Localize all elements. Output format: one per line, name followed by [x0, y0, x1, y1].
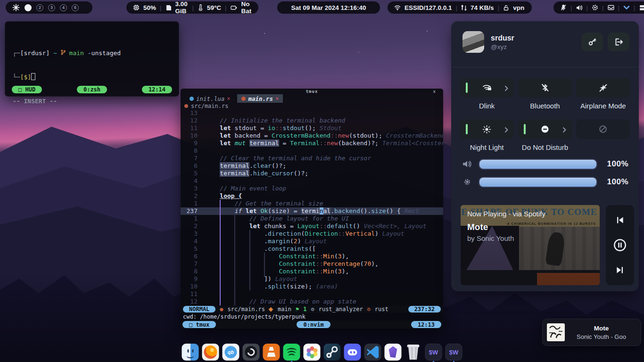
workspace-5[interactable]: 5 [72, 4, 79, 11]
chevron-right-icon[interactable] [505, 84, 508, 93]
terminal-window[interactable]: ┌─[srdusr] ~ main -unstaged └─[$] -- INS… [5, 21, 179, 97]
next-icon[interactable] [615, 265, 625, 275]
dock-item-photos[interactable] [304, 344, 321, 361]
dock-item-sw-2[interactable]: $W [446, 344, 462, 361]
tmux-session-pill[interactable]: □ HUD [12, 86, 42, 93]
dock-item-obsidian[interactable] [385, 344, 402, 361]
code-line[interactable]: 2 loop { [181, 192, 443, 200]
statusline-file: src/main.rs [228, 306, 265, 313]
tmux-window-pill[interactable]: 0:nvim [297, 321, 330, 328]
code-area[interactable]: 1312 // Initialize the terminal backend1… [181, 109, 443, 305]
volume-icon[interactable] [576, 5, 583, 11]
notification-toast[interactable]: Mote Sonic Youth - Goo [542, 319, 641, 346]
clock-pill[interactable]: Sat 09 Mar 2024 12:16:40 [277, 1, 380, 14]
code-line[interactable]: 3 // Main event loop [181, 185, 443, 192]
editor-window[interactable]: tmux x init.lua × main.rs × src/main.rs [181, 89, 443, 329]
top-bar: 2 3 4 5 50% | 3.00 GiB | [0, 0, 644, 15]
toggle-wifi-dlink[interactable] [460, 78, 514, 98]
tab-main-rs[interactable]: main.rs × [237, 94, 283, 103]
lock-keys-button[interactable] [581, 33, 603, 51]
line-content: let stdout = io::stdout(); Stdout [198, 124, 342, 132]
workspace-3[interactable]: 3 [48, 4, 55, 11]
code-line[interactable]: 10 let backend = CrosstermBackend::new(s… [181, 132, 443, 140]
tmux-clock-pill: 12:13 [411, 321, 441, 328]
line-number: 11 [181, 290, 198, 298]
asterisk-logo-icon[interactable] [12, 4, 20, 11]
firefox-icon [202, 344, 219, 361]
chevron-right-icon[interactable] [563, 126, 566, 134]
code-line[interactable]: 13 [181, 109, 443, 117]
brightness-slider[interactable] [479, 177, 597, 188]
vim-mode-pill: NORMAL [183, 306, 215, 313]
indent-guide-active [220, 200, 221, 305]
dock-item-qbittorrent[interactable]: qb [223, 344, 239, 361]
editor-tabs: init.lua × main.rs × [181, 94, 443, 103]
chevron-right-icon[interactable] [505, 126, 508, 134]
editor-titlebar: tmux x [181, 89, 443, 94]
code-line[interactable]: 9 let mut terminal = Terminal::new(backe… [181, 140, 443, 147]
user-handle: @xyz [491, 43, 514, 50]
code-line[interactable]: 6 terminal.clear()?; [181, 162, 443, 170]
code-line[interactable]: 4 [181, 177, 443, 185]
code-line[interactable]: 12 // Initialize the terminal backend [181, 117, 443, 124]
statusline-branch: main [278, 306, 291, 313]
dock-item-file-manager[interactable] [182, 344, 199, 361]
obs-icon [243, 344, 260, 361]
workspace-4[interactable]: 4 [60, 4, 67, 11]
toggle-label: Bluetooth [530, 102, 560, 110]
code-line[interactable]: 5 terminal.hide_cursor()?; [181, 170, 443, 177]
dock-item-vscode[interactable] [364, 344, 381, 361]
tab-init-lua[interactable]: init.lua × [185, 94, 234, 103]
cpu-icon [133, 4, 140, 11]
mic-muted-icon[interactable] [560, 4, 567, 11]
wifi-icon [394, 5, 401, 10]
file-manager-icon [182, 344, 199, 361]
prompt-line-2: └─[$] [13, 73, 171, 81]
dock-item-vlc[interactable] [263, 344, 280, 361]
toggle-bluetooth[interactable] [518, 78, 572, 98]
dock-item-sw-1[interactable]: $W [425, 344, 442, 361]
stack-icon[interactable] [639, 5, 644, 11]
volume-slider[interactable] [479, 159, 597, 170]
workspace-2[interactable]: 2 [36, 4, 43, 11]
pause-icon[interactable] [613, 238, 627, 252]
close-tab-icon[interactable]: × [275, 95, 279, 102]
dock-item-discord[interactable] [344, 344, 361, 361]
airplane-off-icon [599, 83, 608, 92]
chevron-down-icon[interactable] [623, 5, 630, 10]
cpu-value: 50% [143, 4, 156, 11]
line-number: 3 [181, 230, 198, 238]
close-tab-icon[interactable]: × [227, 95, 230, 102]
code-line[interactable]: 11 let stdout = io::stdout(); Stdout [181, 124, 443, 132]
updown-arrows-icon [461, 5, 467, 11]
album-art-card[interactable]: THE SHAPE OF PUNK TO COME A CHIMERICAL B… [461, 205, 600, 285]
code-line[interactable]: 8 [181, 147, 443, 155]
dock-item-trash[interactable] [405, 344, 422, 361]
toggle-airplane-mode[interactable] [576, 78, 630, 98]
line-content: .margin(2) Layout [198, 238, 327, 245]
close-button[interactable]: x [433, 89, 436, 94]
track-title: Mote [467, 222, 545, 232]
dock-item-spotify[interactable] [283, 344, 300, 361]
media-section: THE SHAPE OF PUNK TO COME A CHIMERICAL B… [461, 205, 634, 285]
active-indicator [524, 124, 526, 134]
tmux-window-pill[interactable]: 0:zsh [77, 86, 107, 93]
tmux-session-pill[interactable]: □ tmux [182, 321, 216, 328]
toggle-do-not-disturb[interactable] [518, 119, 572, 139]
network-pill: ESSID/127.0.0.1 | 74 KB/s | vpn [388, 1, 532, 14]
toggle-blocked[interactable] [576, 119, 630, 139]
logout-button[interactable] [608, 33, 629, 51]
dock-item-steam[interactable] [324, 344, 341, 361]
line-number: 5 [181, 170, 198, 177]
toggle-night-light[interactable] [460, 119, 514, 139]
workspace-1-active[interactable] [25, 4, 32, 11]
gear-icon[interactable] [592, 4, 598, 11]
inbox-icon[interactable] [608, 5, 614, 10]
lua-icon [190, 97, 194, 101]
code-line[interactable]: 7 // Clear the terminal and hide the cur… [181, 155, 443, 162]
previous-icon[interactable] [615, 215, 625, 225]
line-content [198, 290, 205, 298]
dock-item-obs[interactable] [243, 344, 260, 361]
dock-item-firefox[interactable] [202, 344, 219, 361]
git-icon [269, 307, 273, 312]
